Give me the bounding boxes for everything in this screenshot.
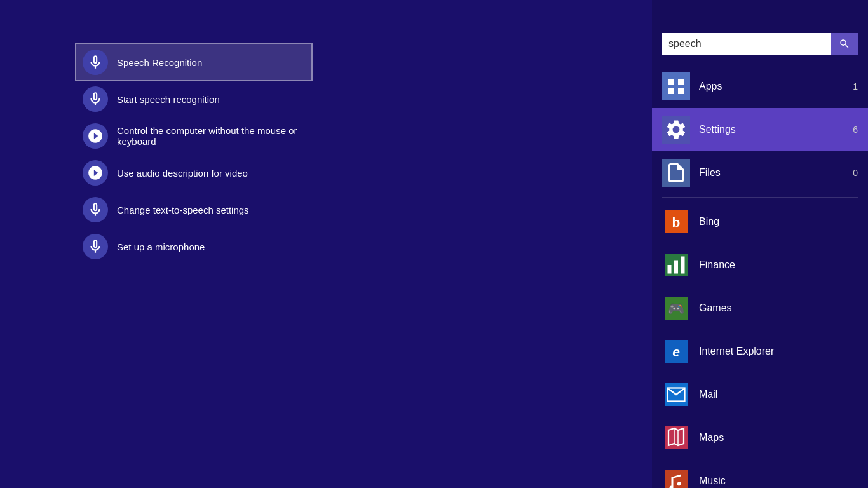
divider [662, 197, 858, 198]
mic-icon [83, 197, 108, 222]
filter-item-apps[interactable]: Apps1 [652, 65, 868, 108]
result-label-setup-microphone: Set up a microphone [117, 241, 205, 252]
result-label-speech-recognition: Speech Recognition [117, 57, 202, 68]
circle-arrow-icon [83, 160, 108, 186]
apps-filter-icon [662, 72, 690, 100]
svg-rect-3 [668, 265, 672, 274]
app-label-internet-explorer: Internet Explorer [699, 346, 858, 357]
filter-count-settings: 6 [853, 125, 858, 135]
app-item-maps[interactable]: Maps [652, 416, 868, 459]
search-go-button[interactable] [831, 33, 858, 55]
result-item-audio-description[interactable]: Use audio description for video [76, 155, 311, 191]
filter-label-files: Files [699, 167, 853, 179]
mail-app-icon [662, 381, 690, 409]
svg-text:b: b [672, 215, 681, 229]
mic-icon [83, 234, 108, 259]
left-panel: Speech Recognition Start speech recognit… [0, 0, 652, 488]
finance-app-icon [662, 251, 690, 279]
filter-count-apps: 1 [853, 81, 858, 92]
search-input[interactable] [662, 33, 824, 55]
svg-text:🎮: 🎮 [668, 301, 685, 317]
result-label-text-to-speech: Change text-to-speech settings [117, 205, 249, 215]
settings-filter-icon [662, 116, 690, 144]
svg-rect-4 [674, 261, 678, 274]
app-item-internet-explorer[interactable]: eInternet Explorer [652, 330, 868, 373]
svg-rect-5 [681, 257, 685, 274]
result-item-start-speech[interactable]: Start speech recognition [76, 81, 311, 117]
search-context-label [652, 22, 868, 28]
search-panel-title [652, 13, 868, 22]
app-item-finance[interactable]: Finance [652, 243, 868, 287]
result-label-audio-description: Use audio description for video [117, 168, 248, 179]
result-item-setup-microphone[interactable]: Set up a microphone [76, 229, 311, 264]
right-panel: Apps1Settings6Files0bBingFinance🎮GameseI… [652, 0, 868, 488]
files-filter-icon [662, 159, 690, 187]
games-app-icon: 🎮 [662, 294, 690, 322]
result-label-start-speech: Start speech recognition [117, 94, 220, 105]
filter-count-files: 0 [853, 168, 858, 178]
music-app-icon [662, 467, 690, 488]
result-item-speech-recognition[interactable]: Speech Recognition [76, 44, 311, 80]
filter-label-apps: Apps [699, 81, 853, 92]
filter-item-settings[interactable]: Settings6 [652, 108, 868, 151]
result-item-text-to-speech[interactable]: Change text-to-speech settings [76, 192, 311, 227]
filter-item-files[interactable]: Files0 [652, 151, 868, 194]
app-item-bing[interactable]: bBing [652, 200, 868, 243]
result-list: Speech Recognition Start speech recognit… [76, 44, 311, 264]
app-item-mail[interactable]: Mail [652, 373, 868, 416]
maps-app-icon [662, 424, 690, 452]
filter-list: Apps1Settings6Files0bBingFinance🎮GameseI… [652, 65, 868, 488]
app-item-games[interactable]: 🎮Games [652, 287, 868, 330]
bing-app-icon: b [662, 208, 690, 236]
app-label-finance: Finance [699, 259, 858, 271]
filter-label-settings: Settings [699, 124, 853, 135]
app-item-music[interactable]: Music [652, 459, 868, 488]
svg-rect-16 [665, 470, 688, 488]
circle-arrow-icon [83, 123, 108, 149]
app-label-mail: Mail [699, 389, 858, 400]
app-label-bing: Bing [699, 216, 858, 227]
app-label-games: Games [699, 302, 858, 314]
ie-app-icon: e [662, 337, 690, 365]
mic-icon [83, 50, 108, 75]
app-label-music: Music [699, 475, 858, 487]
mic-icon [83, 86, 108, 112]
search-box [662, 33, 858, 55]
app-label-maps: Maps [699, 432, 858, 444]
svg-text:e: e [672, 344, 680, 359]
result-label-control-computer: Control the computer without the mouse o… [117, 125, 305, 147]
result-item-control-computer[interactable]: Control the computer without the mouse o… [76, 118, 311, 154]
